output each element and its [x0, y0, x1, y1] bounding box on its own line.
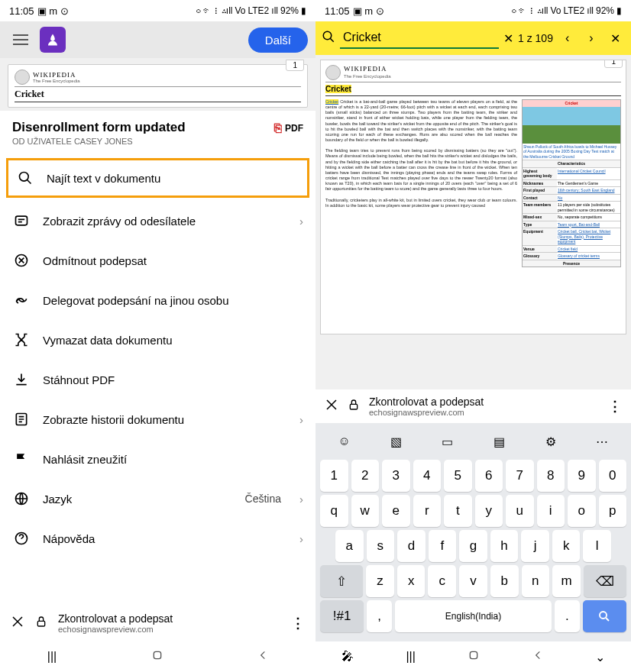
key-9[interactable]: 9: [568, 460, 596, 492]
comma-key[interactable]: ,: [367, 600, 392, 632]
key-0[interactable]: 0: [599, 460, 627, 492]
gif-icon[interactable]: ▭: [437, 431, 458, 452]
space-key[interactable]: English(India): [395, 600, 552, 632]
key-x[interactable]: x: [397, 565, 426, 597]
period-key[interactable]: .: [555, 600, 580, 632]
expand-icon[interactable]: ⋯: [591, 431, 613, 452]
doc-update-title: Disenrollment form updated: [12, 120, 303, 135]
symbols-key[interactable]: !#1: [320, 600, 364, 632]
close-search-icon[interactable]: ✕: [606, 28, 625, 48]
key-a[interactable]: a: [335, 530, 364, 562]
recents-icon[interactable]: |||: [406, 650, 415, 664]
svg-rect-6: [37, 621, 44, 626]
shift-key[interactable]: ⇧: [320, 565, 363, 597]
key-3[interactable]: 3: [382, 460, 410, 492]
key-m[interactable]: m: [552, 565, 581, 597]
key-d[interactable]: d: [397, 530, 426, 562]
key-u[interactable]: u: [506, 495, 534, 527]
key-q[interactable]: q: [320, 495, 348, 527]
key-2[interactable]: 2: [351, 460, 380, 492]
prev-match-icon[interactable]: ‹: [558, 28, 577, 48]
infobox-image: [523, 107, 620, 144]
document-info-section: Disenrollment form updated OD UŽIVATELE …: [0, 111, 316, 155]
menu-report[interactable]: Nahlásit zneužití: [0, 439, 316, 479]
key-k[interactable]: k: [552, 530, 581, 562]
key-8[interactable]: 8: [537, 460, 565, 492]
next-match-icon[interactable]: ›: [581, 28, 600, 48]
key-v[interactable]: v: [459, 565, 487, 597]
more-icon[interactable]: ⋮: [608, 398, 622, 415]
menu-clear-data[interactable]: Vymazat data dokumentu: [0, 320, 316, 360]
pdf-badge: ⎘PDF: [274, 121, 303, 135]
back-icon[interactable]: [532, 650, 543, 664]
menu-delegate[interactable]: Delegovat podepsání na jinou osobu: [0, 280, 316, 320]
doc-heading: Cricket: [15, 87, 301, 102]
sticker-icon[interactable]: ▧: [385, 431, 406, 452]
keyboard-row-asdf: asdfghjkl: [320, 530, 626, 562]
menu-language[interactable]: JazykČeština›: [0, 479, 316, 519]
key-j[interactable]: j: [521, 530, 549, 562]
close-icon[interactable]: [11, 615, 24, 632]
svg-point-8: [323, 31, 332, 40]
key-c[interactable]: c: [428, 565, 456, 597]
key-5[interactable]: 5: [444, 460, 472, 492]
home-icon[interactable]: [151, 649, 163, 664]
menu-help[interactable]: Nápověda›: [0, 519, 316, 558]
back-icon[interactable]: [257, 650, 268, 664]
chevron-right-icon: ›: [299, 215, 303, 228]
keyboard: ☺ ▧ ▭ ▤ ⚙ ⋯ 1234567890 qwertyuiop asdfgh…: [316, 423, 631, 641]
keyboard-switch-icon[interactable]: ⌄: [595, 650, 605, 664]
more-icon[interactable]: ⋮: [291, 615, 305, 632]
key-w[interactable]: w: [351, 495, 380, 527]
key-n[interactable]: n: [522, 565, 550, 597]
key-y[interactable]: y: [475, 495, 503, 527]
key-7[interactable]: 7: [506, 460, 534, 492]
svg-point-0: [20, 173, 29, 182]
menu-icon[interactable]: [8, 27, 34, 53]
key-l[interactable]: l: [583, 530, 611, 562]
settings-icon[interactable]: ⚙: [540, 431, 561, 452]
page-number: 1: [286, 60, 304, 71]
key-i[interactable]: i: [537, 495, 565, 527]
menu-download[interactable]: Stáhnout PDF: [0, 360, 316, 399]
key-e[interactable]: e: [382, 495, 410, 527]
delegate-icon: [12, 291, 31, 309]
svg-rect-1: [16, 216, 28, 225]
mic-icon[interactable]: 🎤︎: [341, 650, 354, 664]
acrobat-icon[interactable]: [40, 27, 66, 53]
key-6[interactable]: 6: [475, 460, 503, 492]
search-key[interactable]: [583, 600, 626, 632]
key-z[interactable]: z: [366, 565, 394, 597]
document-preview[interactable]: 1 WIKIPEDIAThe Free Encyclopedia Cricket: [0, 58, 316, 111]
recents-icon[interactable]: |||: [47, 650, 57, 664]
key-g[interactable]: g: [459, 530, 487, 562]
key-t[interactable]: t: [444, 495, 472, 527]
home-icon[interactable]: [468, 649, 480, 664]
key-p[interactable]: p: [599, 495, 627, 527]
key-f[interactable]: f: [429, 530, 457, 562]
menu-messages[interactable]: Zobrazit zprávy od odesílatele›: [0, 201, 316, 241]
key-r[interactable]: r: [413, 495, 442, 527]
key-s[interactable]: s: [367, 530, 395, 562]
backspace-key[interactable]: ⌫: [584, 565, 626, 597]
document-viewer[interactable]: 1 WIKIPEDIAThe Free Encyclopedia Cricket…: [316, 55, 631, 389]
clear-search-icon[interactable]: ✕: [503, 31, 513, 46]
key-h[interactable]: h: [490, 530, 519, 562]
battery-pct: 92%: [280, 5, 299, 16]
search-icon: [322, 30, 335, 47]
search-input[interactable]: [340, 27, 499, 49]
next-button[interactable]: Další: [248, 27, 308, 53]
key-b[interactable]: b: [490, 565, 519, 597]
keyboard-row-bottom: !#1 , English(India) .: [320, 600, 626, 632]
close-icon[interactable]: [325, 398, 338, 415]
emoji-icon[interactable]: ☺: [334, 431, 355, 452]
globe-icon: [12, 489, 31, 508]
menu-history[interactable]: Zobrazte historii dokumentu›: [0, 399, 316, 439]
menu-decline[interactable]: Odmítnout podepsat: [0, 241, 316, 280]
menu-find-text[interactable]: Najít text v dokumentu: [6, 158, 309, 198]
key-4[interactable]: 4: [413, 460, 442, 492]
android-navbar: |||: [0, 641, 316, 672]
clipboard-icon[interactable]: ▤: [488, 431, 510, 452]
key-o[interactable]: o: [568, 495, 596, 527]
key-1[interactable]: 1: [320, 460, 348, 492]
